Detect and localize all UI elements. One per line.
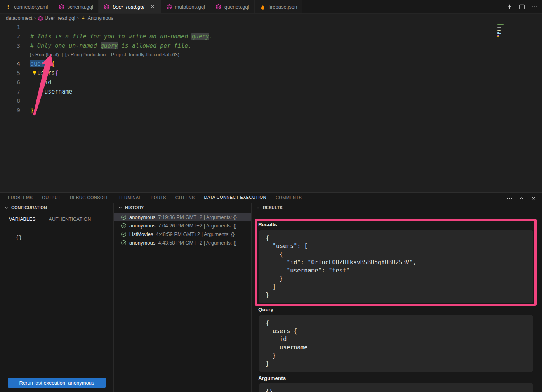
tab-label: User_read.gql [113,4,144,10]
code-line-6[interactable]: 6 id [0,78,542,87]
variables-editor[interactable]: {} [16,234,113,241]
tab-authentication[interactable]: AUTHENTICATION [49,217,91,225]
code-line-content: query { [20,59,55,68]
tab-label: schema.gql [67,4,93,10]
close-icon[interactable] [530,195,537,201]
arguments-label: Arguments [258,375,286,381]
codelens-run-production[interactable]: ▷ Run (Production – Project: friendly-fl… [66,52,179,57]
split-editor-icon[interactable] [519,4,525,10]
results-section-header[interactable]: RESULTS [252,203,542,212]
rerun-last-execution-button[interactable]: Rerun last execution: anonymous [8,378,106,388]
chevron-down-icon [255,205,261,211]
breadcrumb-item-User_read.gql[interactable]: User_read.gql [38,16,75,21]
graphql-icon [166,3,172,10]
editor-tab-schema.gql[interactable]: schema.gql [53,0,98,13]
history-item-detail: 7:19:36 PM GMT+2 | Arguments: {} [158,214,236,220]
arguments-code: {} [259,383,533,392]
codelens-run-local[interactable]: ▷ Run (local) [30,52,59,57]
panel-tab-output[interactable]: OUTPUT [37,195,65,203]
code-line-8[interactable]: 8 } [0,96,542,106]
editor-tab-mutations.gql[interactable]: mutations.gql [161,0,210,13]
line-number: 9 [0,106,20,115]
code-line-content: } [20,106,34,115]
line-number: 1 [0,23,20,32]
codelens-separator: | [62,52,63,57]
history-item-name: anonymous [129,223,155,229]
results-section: RESULTS Results { "users": [ { "id": "Or… [252,203,542,392]
code-line-content: # Only one un-named query is allowed per… [20,41,191,50]
editor-tab-queries.gql[interactable]: queries.gql [210,0,255,13]
code-line-3[interactable]: 3# Only one un-named query is allowed pe… [0,41,542,50]
history-item[interactable]: ListMovies4:48:59 PM GMT+2 | Arguments: … [114,230,251,238]
history-item[interactable]: anonymous7:19:36 PM GMT+2 | Arguments: {… [114,213,251,221]
editor-tab-firebase.json[interactable]: firebase.json [255,0,303,13]
code-line-2[interactable]: 2# This is a file for you to write an un… [0,32,542,41]
code-line-5[interactable]: 5 users{ [0,68,542,78]
more-icon[interactable] [531,4,537,10]
check-circle-icon [120,222,127,229]
configuration-header-label: CONFIGURATION [11,205,47,210]
panel-tab-terminal[interactable]: TERMINAL [114,195,146,203]
code-line-7[interactable]: 7 username [0,87,542,96]
close-icon[interactable] [149,3,156,10]
code-line-4[interactable]: 4query { [0,59,542,68]
graphql-icon [58,3,64,10]
history-item[interactable]: anonymous7:04:26 PM GMT+2 | Arguments: {… [114,221,251,230]
history-section-header[interactable]: HISTORY [114,203,251,212]
history-item[interactable]: anonymous4:43:58 PM GMT+2 | Arguments: {… [114,238,251,247]
check-circle-icon [120,214,127,220]
code-line-content: id [20,78,51,87]
tab-label: mutations.gql [175,4,205,10]
panel-tab-problems[interactable]: PROBLEMS [3,195,37,203]
minimap[interactable] [497,24,505,38]
tab-label: firebase.json [269,4,297,10]
code-line-9[interactable]: 9} [0,106,542,115]
breadcrumb-separator: › [77,16,79,21]
chevron-down-icon [3,205,9,211]
configuration-section: CONFIGURATION VARIABLES AUTHENTICATION {… [0,203,114,392]
check-circle-icon [120,231,127,237]
line-number: 2 [0,32,20,41]
panel-tab-data-connect-execution[interactable]: DATA CONNECT EXECUTION [200,195,271,203]
code-line-1[interactable]: 1 [0,23,542,32]
chevron-down-icon [117,205,123,211]
more-icon[interactable] [506,195,512,201]
line-number: 6 [0,78,20,87]
firebase-icon [260,3,266,10]
panel-tab-comments[interactable]: COMMENTS [271,195,306,203]
editor-tab-connector.yaml[interactable]: !connector.yaml [0,0,53,13]
tab-variables[interactable]: VARIABLES [9,217,36,225]
breadcrumb-separator: › [34,16,36,21]
panel-tab-ports[interactable]: PORTS [146,195,171,203]
chevron-up-icon[interactable] [518,195,525,201]
breadcrumb-label: dataconnect [6,16,32,21]
code-editor[interactable]: 12# This is a file for you to write an u… [0,23,542,192]
breadcrumb-label: Anonymous [88,16,113,21]
history-header-label: HISTORY [125,205,144,210]
tab-label: queries.gql [224,4,249,10]
panel-tab-gitlens[interactable]: GITLENS [171,195,200,203]
breadcrumb-item-Anonymous[interactable]: Anonymous [81,16,113,21]
bottom-panel: PROBLEMSOUTPUTDEBUG CONSOLETERMINALPORTS… [0,192,542,392]
graphql-icon [215,3,222,10]
history-item-detail: 7:04:26 PM GMT+2 | Arguments: {} [158,223,236,229]
graphql-icon [104,3,110,10]
results-code: { "users": [ { "id": "OrTucFODZHTksvBSBU… [259,230,533,303]
line-number: 8 [0,96,20,106]
panel-tab-debug-console[interactable]: DEBUG CONSOLE [65,195,114,203]
results-header-label: RESULTS [263,205,283,210]
history-section: HISTORY anonymous7:19:36 PM GMT+2 | Argu… [114,203,252,392]
line-number: 5 [0,68,20,78]
breadcrumb-label: User_read.gql [45,16,75,21]
editor-tab-User_read.gql[interactable]: User_read.gql [99,0,161,13]
symbol-query-icon [81,16,86,21]
codelens: ▷ Run (local)|▷ Run (Production – Projec… [0,50,542,59]
lightbulb-icon[interactable] [32,70,37,76]
code-line-content [20,23,30,32]
breadcrumb-item-dataconnect[interactable]: dataconnect [6,16,32,21]
copilot-sparkle-icon[interactable] [506,4,512,10]
history-item-name: anonymous [129,214,155,220]
configuration-section-header[interactable]: CONFIGURATION [0,203,113,212]
code-line-content: users{ [20,68,58,78]
yaml-icon: ! [5,3,11,10]
